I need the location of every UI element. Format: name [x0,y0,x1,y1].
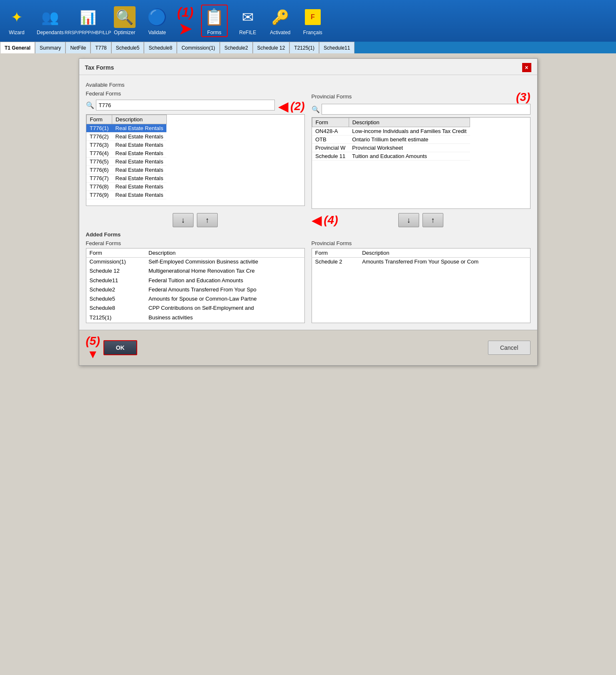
fed-desc-cell: Real Estate Rentals [112,183,167,191]
federal-available-row[interactable]: T776(9)Real Estate Rentals [86,191,166,199]
added-federal-row[interactable]: T2125(1)Business activities [86,314,304,323]
provincial-col-form: Form [312,118,349,127]
added-provincial-col-form: Form [312,248,359,258]
added-federal-row[interactable]: Schedule8CPP Contributions on Self-Emplo… [86,304,304,313]
added-federal-row[interactable]: Schedule 12Multigenerational Home Renova… [86,267,304,276]
toolbar-francais[interactable]: F Français [300,6,325,35]
dialog-close-button[interactable]: × [522,63,531,72]
rrsp-icon: 📊 [77,7,99,28]
added-fed-desc-cell: Multigenerational Home Renovation Tax Cr… [145,267,304,276]
dialog-footer: (5) ▼ OK Cancel [79,330,537,365]
dependants-icon: 👥 [39,6,61,28]
federal-search-input[interactable] [96,100,275,110]
refile-icon: ✉ [237,6,259,28]
federal-remove-button[interactable]: ↑ [197,213,218,227]
main-area: Tax Forms × Available Forms Federal Form… [0,53,616,670]
available-forms-label: Available Forms [86,82,531,88]
toolbar-validate[interactable]: 🔵 Validate [145,6,170,35]
forms-icon: 📋 [204,6,225,28]
federal-available-row[interactable]: T776(5)Real Estate Rentals [86,158,166,166]
tab-t2125[interactable]: T2125(1) [289,42,319,53]
annotation-3: (3) [516,90,530,104]
added-federal-label: Federal Forms [86,240,305,246]
federal-available-row[interactable]: T776(6)Real Estate Rentals [86,166,166,174]
tab-schedule8[interactable]: Schedule8 [144,42,177,53]
added-federal-row[interactable]: Commission(1)Self-Employed Commission Bu… [86,258,304,267]
tab-schedule5[interactable]: Schedule5 [111,42,144,53]
provincial-forms-column: Provincial Forms (3) 🔍 Form Desc [312,90,531,209]
provincial-col-description: Description [349,118,470,127]
ok-button[interactable]: OK [103,340,137,355]
federal-available-row[interactable]: T776(2)Real Estate Rentals [86,133,166,141]
fed-form-cell: T776(1) [86,124,112,133]
added-federal-row[interactable]: Schedule5Amounts for Spouse or Common-La… [86,295,304,304]
fed-form-cell: T776(3) [86,141,112,149]
federal-available-row[interactable]: T776(1)Real Estate Rentals [86,124,166,133]
provincial-available-row[interactable]: OTBOntario Trillium benefit estimate [312,136,470,144]
provincial-add-button[interactable]: ↓ [398,213,419,227]
added-fed-form-cell: Schedule8 [86,304,145,313]
added-federal-table: Form Description Commission(1)Self-Emplo… [86,248,305,323]
fed-form-cell: T776(4) [86,149,112,158]
federal-search-icon: 🔍 [86,101,94,109]
provincial-search-row: 🔍 [312,104,531,115]
provincial-header-row: Provincial Forms (3) [312,90,531,104]
added-federal-row[interactable]: Schedule2Federal Amounts Transferred Fro… [86,286,304,295]
federal-available-row[interactable]: T776(8)Real Estate Rentals [86,183,166,191]
prov-form-cell: Provincial W [312,144,349,152]
added-federal-row[interactable]: Schedule11Federal Tuition and Education … [86,276,304,286]
right-arrow-icon: ➤ [178,20,193,38]
federal-search-input-row: 🔍 [86,100,275,110]
added-fed-form-cell: Schedule2 [86,286,145,295]
federal-available-row[interactable]: T776(4)Real Estate Rentals [86,149,166,158]
added-fed-desc-cell: CPP Contributions on Self-Employment and [145,304,304,313]
tax-forms-dialog: Tax Forms × Available Forms Federal Form… [79,58,538,366]
added-provincial-row[interactable]: Schedule 2Amounts Transferred From Your … [312,258,530,323]
toolbar-forms[interactable]: 📋 Forms [201,5,228,37]
tab-schedule2[interactable]: Schedule2 [220,42,253,53]
tab-t1general[interactable]: T1 General [0,42,35,53]
tab-schedule11[interactable]: Schedule11 [319,42,355,53]
tab-commission1[interactable]: Commission(1) [177,42,220,53]
toolbar-wizard[interactable]: ✦ Wizard [4,6,29,35]
tab-summary[interactable]: Summary [35,42,65,53]
prov-desc-cell: Low-income Individuals and Families Tax … [349,127,470,136]
added-federal-column: Federal Forms Form Description Commissio… [86,240,305,323]
activated-icon: 🔑 [269,6,291,28]
provincial-search-input[interactable] [322,104,531,115]
toolbar-refile[interactable]: ✉ ReFILE [235,6,260,35]
cancel-button[interactable]: Cancel [488,341,531,355]
toolbar-optimizer[interactable]: 🔍 Optimizer [112,6,137,35]
prov-desc-cell: Provincial Worksheet [349,144,470,152]
provincial-available-row[interactable]: Schedule 11Tuition and Education Amounts [312,152,470,161]
fed-desc-cell: Real Estate Rentals [112,166,167,174]
federal-available-row[interactable]: T776(7)Real Estate Rentals [86,174,166,183]
federal-add-button[interactable]: ↓ [173,213,194,227]
toolbar-dependants[interactable]: 👥 Dependants [37,6,64,35]
federal-available-row[interactable]: T776(3)Real Estate Rentals [86,141,166,149]
validate-label: Validate [148,30,166,35]
ok-group: (5) ▼ OK [86,334,137,361]
added-prov-desc-cell: Amounts Transferred From Your Spouse or … [359,258,530,323]
provincial-transfer-buttons: ↓ ↑ [312,213,531,227]
added-provincial-table: Form Description Schedule 2Amounts Trans… [312,248,531,323]
tab-netfile[interactable]: NetFile [65,42,91,53]
annotation-1: (1) [177,5,194,20]
toolbar-rrsp[interactable]: 📊 RRSP/PRPP/HBP/LLP [71,7,105,35]
toolbar-activated[interactable]: 🔑 Activated [268,6,293,35]
added-fed-form-cell: T2125(1) [86,314,145,323]
added-forms-section: Federal Forms Form Description Commissio… [86,240,531,323]
rrsp-label: RRSP/PRPP/HBP/LLP [65,30,111,35]
provincial-forms-label: Provincial Forms [312,93,513,100]
left-arrow-icon: ◀ [278,98,289,114]
toolbar: ✦ Wizard 👥 Dependants 📊 RRSP/PRPP/HBP/LL… [0,0,616,42]
validate-icon: 🔵 [146,6,168,28]
provincial-available-row[interactable]: ON428-ALow-income Individuals and Famili… [312,127,470,136]
tab-t778[interactable]: T778 [91,42,111,53]
fed-form-cell: T776(2) [86,133,112,141]
federal-col-form: Form [86,115,112,124]
provincial-available-row[interactable]: Provincial WProvincial Worksheet [312,144,470,152]
provincial-remove-button[interactable]: ↑ [422,213,443,227]
tab-schedule12[interactable]: Schedule 12 [253,42,290,53]
prov-desc-cell: Tuition and Education Amounts [349,152,470,161]
